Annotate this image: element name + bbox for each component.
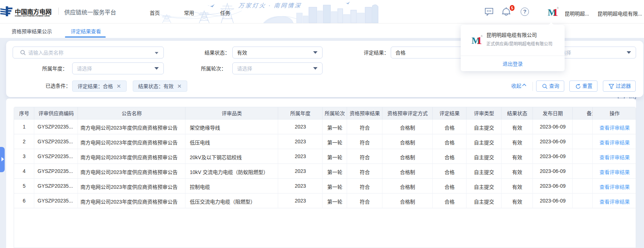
svg-text:万家灯火 · 南网情深: 万家灯火 · 南网情深 (238, 3, 302, 9)
